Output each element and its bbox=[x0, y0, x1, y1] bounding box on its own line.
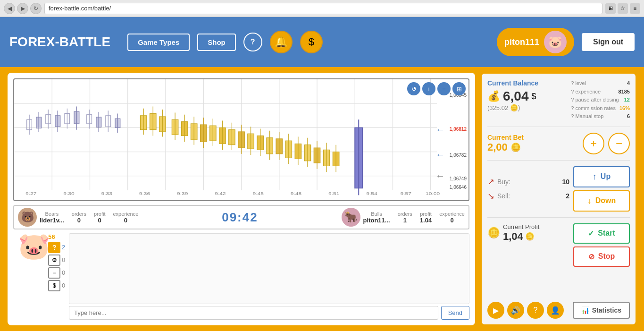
support-button[interactable]: 👤 bbox=[547, 302, 564, 319]
statistics-button[interactable]: 📊 Statistics bbox=[573, 302, 630, 319]
exp-val: 8185 bbox=[619, 88, 630, 96]
browser-icon-3: ≡ bbox=[630, 3, 640, 14]
char-stat-4: 0 bbox=[62, 270, 65, 276]
manual-val: 6 bbox=[627, 112, 630, 121]
chat-messages bbox=[69, 233, 469, 304]
chart-container: ↺ + − ⊞ 1,06845 1,06812 1,06782 1,06749 … bbox=[13, 78, 469, 201]
svg-text:9:30: 9:30 bbox=[63, 191, 74, 196]
bet-increase-button[interactable]: + bbox=[583, 133, 604, 154]
battle-row: 🐻 Bears lider1v... orders 0 profit 0 bbox=[13, 205, 469, 229]
up-button[interactable]: ↑ Up bbox=[573, 166, 630, 187]
balance-row: 💰 6,04 $ bbox=[487, 89, 566, 104]
chart-svg: 9:27 9:30 9:33 9:36 9:39 9:42 9:45 9:48 … bbox=[14, 79, 468, 200]
bet-left: Current Bet 2,00 🪙 bbox=[487, 134, 578, 153]
game-types-button[interactable]: Game Types bbox=[127, 34, 190, 51]
refresh-button[interactable]: ↻ bbox=[30, 3, 42, 14]
char-icon-1[interactable]: ? bbox=[48, 242, 60, 253]
media-buttons: ▶ 🔊 ? 👤 bbox=[487, 302, 564, 319]
char-stat-2: 2 bbox=[62, 244, 65, 251]
stop-button[interactable]: ⊘ Stop bbox=[573, 246, 630, 267]
svg-text:9:45: 9:45 bbox=[253, 191, 264, 196]
game-bottom: 🐷 56 ? 2 ⚙ 0 bbox=[13, 233, 469, 320]
bet-amount: 2,00 bbox=[487, 141, 508, 153]
username: piton111 bbox=[504, 37, 539, 47]
question-button[interactable]: ? bbox=[527, 302, 544, 319]
svg-text:9:57: 9:57 bbox=[401, 191, 411, 196]
bet-title: Current Bet bbox=[487, 134, 578, 141]
header: FOREX-BATTLE Game Types Shop ? 🔔 $ piton… bbox=[0, 17, 644, 67]
chat-input-row: Send bbox=[69, 306, 469, 320]
down-button[interactable]: ↓ Down bbox=[573, 190, 630, 212]
browser-bar: ◀ ▶ ↻ ⊞ ☆ ≡ bbox=[0, 0, 644, 17]
chart-arrow-2: ← bbox=[435, 149, 445, 160]
browser-icon-1: ⊞ bbox=[605, 3, 616, 14]
svg-text:9:54: 9:54 bbox=[366, 191, 377, 196]
balance-amount: 6,04 bbox=[503, 89, 529, 104]
bottom-controls: ▶ 🔊 ? 👤 📊 Statistics bbox=[487, 302, 630, 319]
level-key: ? level bbox=[571, 79, 586, 88]
chat-input[interactable] bbox=[69, 306, 438, 320]
buy-row: ↗ Buy: 10 bbox=[487, 177, 569, 187]
sell-label: Sell: bbox=[497, 192, 510, 200]
back-button[interactable]: ◀ bbox=[4, 3, 15, 14]
chart-tool-view[interactable]: ⊞ bbox=[452, 82, 466, 95]
character-sprite: 🐷 bbox=[18, 233, 50, 259]
chart-tool-refresh[interactable]: ↺ bbox=[407, 82, 420, 95]
manual-key: ? Manual stop bbox=[571, 112, 603, 121]
url-bar[interactable] bbox=[44, 3, 602, 14]
shop-button[interactable]: Shop bbox=[197, 34, 236, 51]
profit-left: 🪙 Current Profit 1,04 🪙 bbox=[487, 223, 569, 267]
start-button[interactable]: ✓ Start bbox=[573, 223, 630, 244]
bet-coin-icon: 🪙 bbox=[510, 142, 521, 153]
chart-tool-minus[interactable]: − bbox=[437, 82, 451, 95]
svg-text:9:48: 9:48 bbox=[291, 191, 301, 196]
char-icon-4[interactable]: $ bbox=[48, 280, 60, 291]
send-button[interactable]: Send bbox=[441, 306, 469, 320]
balance-dollar-icon: $ bbox=[532, 92, 536, 102]
play-button[interactable]: ▶ bbox=[487, 302, 504, 319]
chart-arrow-3: ← bbox=[435, 170, 445, 181]
bulls-info: Bulls piton11... orders 1 profit 1.04 ex… bbox=[363, 211, 465, 224]
buy-arrow-icon: ↗ bbox=[487, 177, 494, 187]
svg-text:9:36: 9:36 bbox=[139, 191, 150, 196]
price-label-4: 1,06749 bbox=[450, 176, 467, 181]
profit-section: 🪙 Current Profit 1,04 🪙 ✓ Start bbox=[487, 223, 630, 267]
svg-text:10:00: 10:00 bbox=[426, 191, 440, 196]
volume-button[interactable]: 🔊 bbox=[507, 302, 524, 319]
currency-icon[interactable]: $ bbox=[300, 31, 323, 53]
price-label-5: 1,06646 bbox=[450, 185, 467, 190]
svg-text:9:42: 9:42 bbox=[215, 191, 226, 196]
char-icon-3[interactable]: − bbox=[48, 267, 60, 279]
price-label-2: 1,06812 bbox=[450, 127, 467, 132]
browser-icon-2: ☆ bbox=[618, 3, 628, 14]
balance-title: Current Balance bbox=[487, 79, 566, 87]
down-arrow-icon: ↓ bbox=[587, 196, 592, 206]
pause-val: 12 bbox=[624, 96, 630, 104]
divider-3 bbox=[487, 217, 630, 218]
trade-info: ↗ Buy: 10 ↘ Sell: 2 bbox=[487, 166, 569, 212]
bet-decrease-button[interactable]: − bbox=[608, 133, 630, 154]
profit-icon: 🪙 bbox=[525, 232, 535, 241]
trade-btns: ↑ Up ↓ Down bbox=[573, 166, 630, 212]
char-stat-5: 0 bbox=[62, 282, 65, 289]
help-button[interactable]: ? bbox=[243, 33, 262, 51]
chart-tool-plus[interactable]: + bbox=[422, 82, 435, 95]
char-icon-2[interactable]: ⚙ bbox=[48, 255, 60, 266]
sell-val: 2 bbox=[566, 192, 569, 200]
price-label-3: 1,06782 bbox=[450, 153, 467, 158]
signout-button[interactable]: Sign out bbox=[582, 33, 635, 51]
svg-text:9:33: 9:33 bbox=[101, 191, 112, 196]
bears-avatar: 🐻 bbox=[18, 208, 37, 227]
sell-arrow-icon: ↘ bbox=[487, 191, 494, 201]
profit-coin-icon: 🪙 bbox=[487, 227, 500, 239]
commission-val: 16% bbox=[619, 104, 630, 113]
divider-2 bbox=[487, 160, 630, 161]
forward-button[interactable]: ▶ bbox=[17, 3, 28, 14]
action-btns: ✓ Start ⊘ Stop bbox=[573, 223, 630, 267]
bulls-avatar: 🐂 bbox=[342, 208, 360, 227]
notification-icon[interactable]: 🔔 bbox=[270, 31, 293, 53]
main-content: ↺ + − ⊞ 1,06845 1,06812 1,06782 1,06749 … bbox=[0, 67, 644, 331]
trade-section: ↗ Buy: 10 ↘ Sell: 2 ↑ Up bbox=[487, 166, 630, 212]
divider-1 bbox=[487, 127, 630, 127]
svg-text:9:27: 9:27 bbox=[25, 191, 36, 196]
